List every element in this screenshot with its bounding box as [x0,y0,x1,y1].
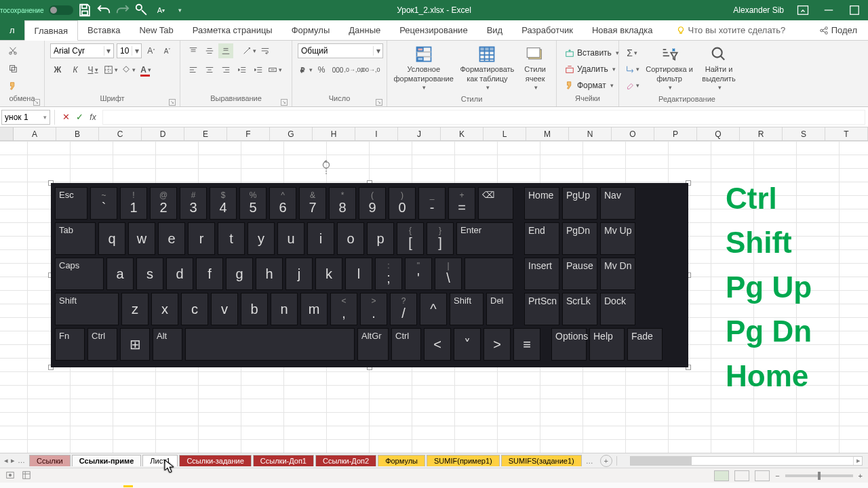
macro-record-icon[interactable] [5,470,15,481]
touch-mode-icon[interactable] [134,3,149,18]
fx-icon[interactable]: fx [86,113,100,122]
sort-filter-button[interactable]: Сортировка и фильтр▾ [645,43,694,95]
autosum-icon[interactable]: Σ▾ [625,45,639,60]
align-left-icon[interactable] [186,62,201,77]
sheet-tab[interactable]: Лист1 [142,455,178,466]
copy-icon[interactable] [5,61,20,76]
increase-font-icon[interactable]: A˄ [144,43,158,58]
formula-input[interactable] [102,110,865,125]
font-name-input[interactable]: Arial Cyr▾ [50,43,114,58]
tab-file[interactable]: л [0,20,24,40]
format-as-table-button[interactable]: Форматировать как таблицу▾ [457,43,517,95]
qat-more-icon[interactable]: ▾ [172,3,187,18]
column-header[interactable]: K [441,127,484,140]
zoom-in-icon[interactable]: + [859,472,863,480]
cancel-icon[interactable]: ✕ [59,112,73,122]
tab-insert[interactable]: Вставка [78,20,130,40]
tab-view[interactable]: Вид [477,20,513,40]
tab-home[interactable]: Главная [24,20,78,41]
column-header[interactable]: B [56,127,99,140]
minimize-icon[interactable] [822,3,835,17]
redo-icon[interactable] [115,3,130,18]
italic-icon[interactable]: К [68,62,83,77]
font-size-input[interactable]: 10▾ [117,43,142,58]
sheet-tab[interactable]: Ссылки [29,455,71,466]
tab-new[interactable]: New Tab [130,20,182,40]
delete-cells-button[interactable]: Удалить▾ [562,62,622,77]
borders-icon[interactable]: ▾ [103,62,118,77]
column-header[interactable]: T [825,127,868,140]
align-middle-icon[interactable] [202,43,217,58]
cell-styles-button[interactable]: Стили ячеек▾ [519,43,551,95]
horizontal-scrollbar[interactable]: ◂▸ [630,456,863,466]
view-page-layout-icon[interactable] [734,470,749,481]
launcher-icon[interactable]: ↘ [169,99,176,106]
fill-color-icon[interactable]: ▾ [121,62,136,77]
ribbon-options-icon[interactable] [796,3,810,17]
font-color-icon[interactable]: A▾ [138,62,153,77]
sheet-tab[interactable]: Ссылки-задание [179,455,251,466]
column-header[interactable]: Q [697,127,740,140]
align-right-icon[interactable] [218,62,233,77]
insert-cells-button[interactable]: Вставить▾ [562,45,622,60]
tab-developer[interactable]: Разработчик [512,20,583,40]
wrap-text-icon[interactable] [258,43,273,58]
save-icon[interactable] [77,3,92,18]
column-header[interactable]: R [740,127,783,140]
sheet-nav-prev-icon[interactable]: ◂ [4,456,8,465]
column-header[interactable]: N [569,127,612,140]
find-select-button[interactable]: Найти и выделить▾ [696,43,741,95]
increase-indent-icon[interactable] [251,62,266,77]
column-header[interactable]: C [99,127,142,140]
column-header[interactable]: A [14,127,56,140]
autosave-toggle[interactable] [49,5,73,15]
column-header[interactable]: F [227,127,270,140]
decrease-decimal-icon[interactable]: ,00→,0 [363,62,378,77]
currency-icon[interactable]: ₽▾ [298,62,313,77]
column-header[interactable]: I [355,127,398,140]
column-header[interactable]: H [313,127,355,140]
keyboard-image[interactable]: Esc~`!1@2#3$4%5^6&7*8(9)0_-+=⌫HomePgUpNa… [51,183,688,367]
format-cells-button[interactable]: Формат▾ [562,78,622,93]
undo-icon[interactable] [96,3,111,18]
merge-icon[interactable]: ▾ [267,62,282,77]
cut-icon[interactable] [5,43,20,58]
sheet-tab[interactable]: Ссылки-Доп2 [315,455,376,466]
align-bottom-icon[interactable] [218,43,233,58]
fill-icon[interactable]: ▾ [625,62,639,77]
maximize-icon[interactable] [848,3,861,17]
column-header[interactable]: O [612,127,654,140]
share-button[interactable]: Подел [808,20,868,40]
sheet-tab[interactable]: Формулы [378,455,425,466]
column-header[interactable]: S [783,127,825,140]
tell-me[interactable]: Что вы хотите сделать? [676,20,786,40]
format-painter-icon[interactable] [5,79,20,94]
select-all-corner[interactable] [0,127,14,140]
sheet-tab[interactable]: SUMIFS(задание1) [501,455,582,466]
worksheet-grid[interactable]: Esc~`!1@2#3$4%5^6&7*8(9)0_-+=⌫HomePgUpNa… [0,141,868,453]
sheet-nav-next-icon[interactable]: ▸ [11,456,15,465]
align-top-icon[interactable] [186,43,201,58]
user-name[interactable]: Alexander Sib [733,5,784,15]
bold-icon[interactable]: Ж [50,62,65,77]
sheet-nav-more-icon[interactable]: … [18,456,25,465]
underline-icon[interactable]: Ч▾ [85,62,100,77]
align-center-icon[interactable] [202,62,217,77]
sheet-tab[interactable]: SUMIF(пример1) [427,455,500,466]
zoom-out-icon[interactable]: − [775,472,779,480]
confirm-icon[interactable]: ✓ [73,112,86,122]
tab-review[interactable]: Рецензирование [390,20,477,40]
number-format-input[interactable]: Общий▾ [298,43,383,58]
decrease-indent-icon[interactable] [235,62,250,77]
increase-decimal-icon[interactable]: ,0→,00 [347,62,361,77]
launcher-icon[interactable]: ↘ [281,99,288,106]
decrease-font-icon[interactable]: A˅ [161,43,174,58]
launcher-icon[interactable]: ↘ [376,99,382,106]
zoom-slider[interactable] [785,474,853,477]
launcher-icon[interactable]: ↘ [33,99,40,106]
percent-icon[interactable]: % [314,62,329,77]
orientation-icon[interactable]: ▾ [241,43,256,58]
column-header[interactable]: J [398,127,441,140]
view-normal-icon[interactable] [714,470,729,481]
font-size-icon[interactable]: A▾ [153,3,168,18]
